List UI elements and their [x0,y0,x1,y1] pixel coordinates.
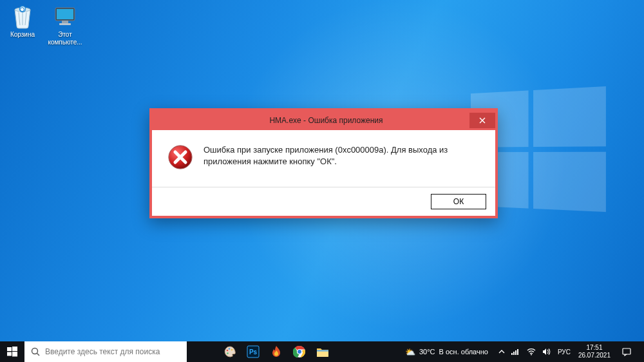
taskbar-clock[interactable]: 17:51 26.07.2021 [574,344,614,359]
taskbar-pinned-apps: Ps [219,341,334,362]
weather-icon: ⛅ [405,347,415,357]
svg-text:Ps: Ps [249,348,258,356]
svg-rect-10 [7,352,12,356]
svg-rect-28 [517,349,518,355]
dialog-title: HMA.exe - Ошибка приложения [157,116,495,125]
dialog-button-row: ОК [152,187,495,216]
notifications-icon[interactable] [618,347,635,356]
desktop-wallpaper: Корзина Этот компьюте... HMA.exe - Ошибк… [0,0,644,341]
svg-rect-30 [623,348,630,354]
error-dialog: HMA.exe - Ошибка приложения [149,108,498,218]
palette-icon [223,345,236,358]
taskbar-search[interactable]: Введите здесь текст для поиска [24,341,187,362]
svg-rect-8 [7,347,12,351]
svg-rect-3 [57,9,73,19]
svg-point-12 [32,348,38,354]
paint-app[interactable] [219,341,241,362]
close-button[interactable] [469,113,495,128]
clock-date: 26.07.2021 [578,352,611,359]
recycle-bin-icon[interactable]: Корзина [5,4,40,46]
volume-icon[interactable] [542,348,551,356]
weather-widget[interactable]: ⛅ 30°C В осн. облачно [401,347,492,357]
svg-rect-25 [511,353,513,355]
dialog-message: Ошибка при запуске приложения (0xc000009… [204,144,480,167]
svg-point-17 [227,352,229,354]
flame-icon [270,345,282,358]
wifi-icon[interactable] [527,348,536,356]
svg-rect-24 [317,350,328,352]
this-pc-label: Этот компьюте... [48,31,82,46]
svg-point-15 [229,348,231,350]
search-icon [31,347,40,356]
chrome-icon [293,345,306,358]
svg-rect-4 [62,21,68,23]
svg-point-14 [227,350,229,352]
file-explorer[interactable] [312,341,334,362]
desktop-icons: Корзина Этот компьюте... [5,4,82,46]
svg-rect-5 [59,23,71,25]
dialog-titlebar[interactable]: HMA.exe - Ошибка приложения [152,111,495,130]
svg-rect-11 [12,352,17,357]
search-placeholder: Введите здесь текст для поиска [45,347,180,356]
svg-point-29 [531,354,532,356]
weather-temp: 30°C [419,348,435,356]
system-tray: ⛅ 30°C В осн. облачно РУС 17:51 26.07.20… [396,341,644,362]
network-icon[interactable] [511,348,520,356]
photoshop-app[interactable]: Ps [242,341,264,362]
svg-line-13 [37,354,40,356]
language-indicator[interactable]: РУС [558,348,571,356]
chevron-up-icon[interactable] [498,348,505,355]
chrome-app[interactable] [289,341,310,362]
weather-desc: В осн. облачно [439,348,488,356]
folder-icon [316,346,329,357]
error-icon [167,144,193,170]
computer-icon [52,4,78,30]
ccleaner-app[interactable] [265,341,287,362]
svg-rect-27 [515,350,516,355]
close-icon [479,117,486,124]
svg-rect-9 [12,347,17,351]
windows-icon [7,347,17,357]
svg-point-16 [231,349,233,351]
trash-icon [10,4,35,30]
this-pc-icon[interactable]: Этот компьюте... [48,4,82,46]
svg-rect-26 [513,352,515,355]
ok-button[interactable]: ОК [431,194,486,209]
taskbar: Введите здесь текст для поиска Ps [0,341,644,362]
clock-time: 17:51 [578,344,611,352]
photoshop-icon: Ps [247,345,260,358]
recycle-bin-label: Корзина [10,31,35,39]
start-button[interactable] [0,341,24,362]
